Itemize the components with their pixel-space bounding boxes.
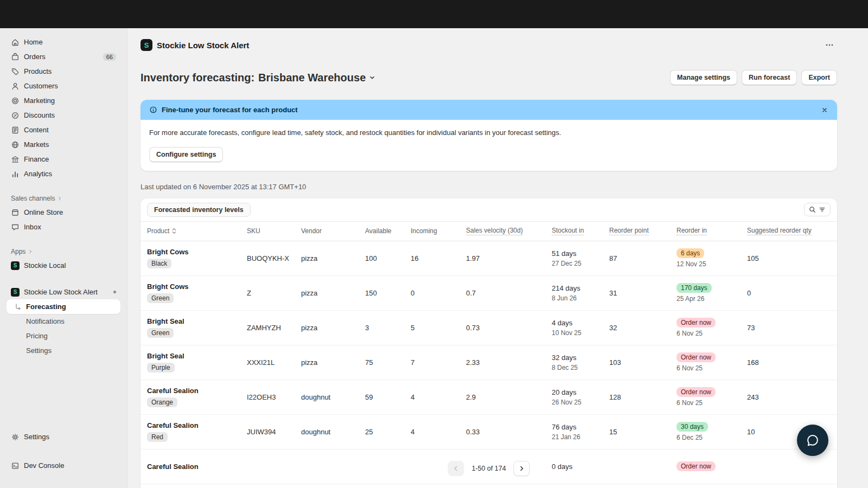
sidebar-item-markets[interactable]: Markets	[7, 137, 120, 152]
sidebar-item-online-store[interactable]: Online Store	[7, 205, 120, 220]
product-cell: Bright Seal Purple	[147, 352, 247, 373]
table-body: Bright Cows Black BUOQYKH-X pizza 100 16…	[141, 241, 837, 488]
stockout-date: 8 Dec 25	[552, 364, 609, 371]
chevron-down-icon[interactable]	[368, 74, 376, 81]
sidebar-item-app-settings[interactable]: Settings	[7, 343, 120, 358]
location-selector[interactable]: Brisbane Warehouse	[258, 72, 366, 84]
sales-velocity-cell: 0.33	[466, 428, 552, 436]
close-icon[interactable]	[821, 106, 828, 114]
table-row[interactable]: Bright Seal Green ZAMHYZH pizza 3 5 0.73…	[141, 311, 837, 345]
sidebar-item-stockie-local[interactable]: S Stockie Local	[7, 258, 120, 273]
column-header-suggested-reorder-qty[interactable]: Suggested reorder qty	[747, 227, 831, 235]
sidebar-item-analytics[interactable]: Analytics	[7, 166, 120, 181]
sidebar-item-pricing[interactable]: Pricing	[7, 329, 120, 343]
next-page-button[interactable]	[514, 461, 530, 476]
product-name: Careful Sealion	[147, 387, 247, 395]
previous-page-button[interactable]	[448, 461, 464, 476]
sku-cell: Z	[247, 289, 301, 297]
sidebar-item-label: Discounts	[24, 111, 55, 119]
reorder-in-cell: 170 days 25 Apr 26	[676, 283, 747, 303]
configure-settings-button[interactable]: Configure settings	[149, 147, 223, 162]
column-header-incoming: Incoming	[411, 227, 466, 235]
sidebar-item-marketing[interactable]: Marketing	[7, 93, 120, 108]
sidebar-item-stockie-low-stock-alert[interactable]: S Stockie Low Stock Alert	[7, 285, 120, 299]
stockout-in-cell: 20 days 26 Nov 25	[552, 388, 609, 406]
column-header-vendor: Vendor	[301, 227, 365, 235]
run-forecast-button[interactable]: Run forecast	[742, 70, 797, 85]
reorder-badge: Order now	[676, 318, 716, 328]
sidebar-item-finance[interactable]: Finance	[7, 152, 120, 166]
sidebar-item-content[interactable]: Content	[7, 123, 120, 137]
sku-cell: I22OEH3	[247, 393, 301, 401]
sidebar-item-discounts[interactable]: Discounts	[7, 108, 120, 123]
column-header-sku: SKU	[247, 227, 301, 235]
stockout-in-cell: 51 days 27 Dec 25	[552, 249, 609, 267]
product-cell: Careful Sealion	[147, 463, 247, 471]
chat-icon	[805, 433, 820, 448]
reorder-badge: 170 days	[676, 283, 712, 293]
stockout-days: 4 days	[552, 319, 609, 327]
table-row[interactable]: Careful Sealion Orange I22OEH3 doughnut …	[141, 380, 837, 415]
sidebar-item-dev-console[interactable]: Dev Console	[7, 458, 120, 473]
sidebar-item-notifications[interactable]: Notifications	[7, 314, 120, 329]
stockout-in-cell: 0 days	[552, 463, 609, 471]
chevron-right-icon	[28, 249, 33, 254]
sidebar-item-label: Home	[24, 38, 43, 46]
product-cell: Bright Cows Green	[147, 282, 247, 303]
sidebar-item-label: Pricing	[26, 332, 48, 340]
stockie-app-icon: S	[11, 261, 20, 270]
vendor-cell: pizza	[301, 289, 365, 297]
product-cell: Careful Sealion Orange	[147, 387, 247, 407]
sidebar-item-home[interactable]: Home	[7, 35, 120, 49]
stockout-in-cell: 214 days 8 Jun 26	[552, 284, 609, 302]
reorder-in-cell: 6 days 12 Nov 25	[676, 248, 747, 268]
export-button[interactable]: Export	[801, 70, 837, 85]
apps-header[interactable]: Apps	[7, 245, 120, 258]
document-icon	[11, 126, 20, 134]
product-cell: Bright Cows Black	[147, 248, 247, 268]
available-cell: 59	[365, 393, 411, 401]
table-row[interactable]: Bright Cows Green Z pizza 150 0 0.7 214 …	[141, 276, 837, 311]
stockie-app-icon: S	[11, 288, 20, 297]
search-and-filter-button[interactable]	[804, 203, 831, 216]
overflow-menu-button[interactable]	[822, 39, 837, 51]
chat-launcher-button[interactable]	[797, 425, 828, 456]
column-header-reorder-in[interactable]: Reorder in	[676, 227, 747, 235]
column-header-stockout-in[interactable]: Stockout in	[552, 227, 609, 235]
variant-badge: Purple	[147, 363, 175, 373]
sales-channels-header[interactable]: Sales channels	[7, 192, 120, 205]
sidebar-item-label: Online Store	[24, 208, 63, 216]
sidebar-item-inbox[interactable]: Inbox	[7, 220, 120, 234]
search-icon	[808, 206, 816, 214]
reorder-point-cell: 87	[609, 254, 676, 262]
page-title: Inventory forecasting:	[141, 72, 254, 84]
reorder-in-cell: Order now	[676, 461, 747, 471]
manage-settings-button[interactable]: Manage settings	[670, 70, 737, 85]
available-cell: 75	[365, 358, 411, 367]
suggested-qty-cell: 168	[747, 358, 831, 367]
column-header-available: Available	[365, 227, 411, 235]
sidebar-item-customers[interactable]: Customers	[7, 79, 120, 93]
reorder-badge: 6 days	[676, 248, 704, 258]
table-row[interactable]: Bright Cows Black BUOQYKH-X pizza 100 16…	[141, 241, 837, 276]
sidebar-item-label: Settings	[26, 346, 52, 355]
sku-cell: ZAMHYZH	[247, 324, 301, 332]
info-icon	[149, 106, 157, 114]
column-header-product[interactable]: Product	[147, 227, 247, 235]
table-row[interactable]: Bright Seal Purple XXXI21L pizza 75 7 2.…	[141, 345, 837, 380]
sidebar-item-products[interactable]: Products	[7, 64, 120, 79]
sidebar-item-label: Orders	[24, 53, 46, 61]
column-header-sales-velocity[interactable]: Sales velocity (30d)	[466, 227, 552, 235]
tab-forecasted-inventory-levels[interactable]: Forecasted inventory levels	[147, 203, 251, 217]
stockout-date: 27 Dec 25	[552, 260, 609, 267]
table-row[interactable]: Careful Sealion Red JUIW394 doughnut 25 …	[141, 415, 837, 450]
sidebar-item-settings[interactable]: Settings	[7, 429, 120, 444]
sidebar-item-forecasting[interactable]: Forecasting	[7, 299, 120, 314]
column-header-reorder-point[interactable]: Reorder point	[609, 227, 676, 235]
sidebar-item-label: Settings	[24, 433, 49, 441]
sidebar-item-orders[interactable]: Orders 66	[7, 49, 120, 64]
sidebar-item-label: Customers	[24, 82, 58, 90]
stockout-date: 8 Jun 26	[552, 294, 609, 302]
sidebar-item-label: Dev Console	[24, 461, 64, 470]
product-name: Bright Cows	[147, 282, 247, 291]
